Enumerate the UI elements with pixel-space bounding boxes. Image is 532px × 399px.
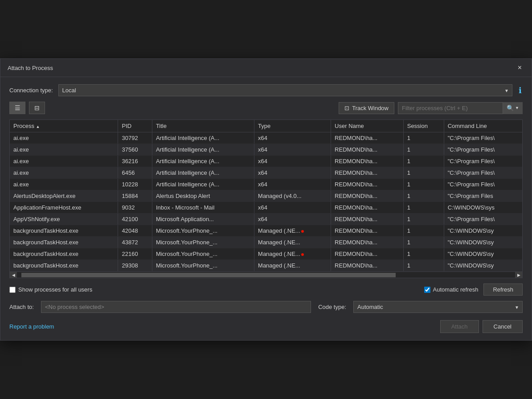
col-username[interactable]: User Name: [331, 120, 404, 132]
cancel-button[interactable]: Cancel: [483, 320, 523, 333]
detail-view-icon: ⊟: [34, 104, 40, 111]
detail-view-button[interactable]: ⊟: [29, 102, 45, 114]
col-type[interactable]: Type: [254, 120, 331, 132]
col-title[interactable]: Title: [152, 120, 254, 132]
list-view-icon: ☰: [15, 104, 20, 111]
col-pid[interactable]: PID: [118, 120, 152, 132]
code-type-label: Code type:: [318, 304, 346, 310]
process-table-scroll[interactable]: Process ▲ PID Title Type User Name Sessi…: [10, 120, 522, 271]
table-row[interactable]: AppVShNotify.exe42100Microsoft Applicati…: [10, 214, 522, 225]
col-cmdline[interactable]: Command Line: [444, 120, 522, 132]
table-row[interactable]: ai.exe36216Artificial Intelligence (A...…: [10, 156, 522, 167]
attach-to-input[interactable]: [41, 301, 311, 313]
show-all-users-checkbox[interactable]: [9, 287, 16, 293]
scroll-right-button[interactable]: ▶: [515, 272, 522, 278]
scrollbar-track: [17, 273, 515, 277]
table-row[interactable]: backgroundTaskHost.exe42048Microsoft.You…: [10, 225, 522, 237]
process-table: Process ▲ PID Title Type User Name Sessi…: [10, 120, 522, 271]
auto-refresh-text: Automatic refresh: [433, 286, 479, 293]
connection-select-wrapper: Local Remote SSH ▼: [58, 84, 512, 96]
connection-type-row: Connection type: Local Remote SSH ▼ ℹ: [9, 84, 523, 96]
table-row[interactable]: ai.exe6456Artificial Intelligence (A...x…: [10, 167, 522, 179]
search-icon: 🔍: [507, 105, 514, 111]
table-row[interactable]: backgroundTaskHost.exe22160Microsoft.You…: [10, 248, 522, 260]
track-window-icon: ⊡: [344, 105, 349, 111]
info-icon: ℹ: [519, 86, 522, 95]
process-table-wrapper: Process ▲ PID Title Type User Name Sessi…: [9, 119, 523, 278]
attach-to-label: Attach to:: [9, 304, 34, 310]
dialog-content: Connection type: Local Remote SSH ▼ ℹ ☰ …: [0, 77, 532, 340]
info-button[interactable]: ℹ: [518, 85, 523, 96]
refresh-button[interactable]: Refresh: [483, 284, 523, 296]
attach-to-process-dialog: Attach to Process × Connection type: Loc…: [0, 58, 532, 341]
scroll-left-button[interactable]: ◀: [10, 272, 17, 278]
close-button[interactable]: ×: [515, 63, 524, 72]
auto-refresh-checkbox[interactable]: [424, 287, 430, 293]
title-bar: Attach to Process ×: [0, 59, 532, 77]
footer-row: Report a problem Attach Cancel: [9, 318, 523, 333]
report-problem-link[interactable]: Report a problem: [9, 323, 54, 330]
table-row[interactable]: ai.exe10228Artificial Intelligence (A...…: [10, 179, 522, 190]
track-window-label: Track Window: [352, 105, 389, 111]
dialog-title: Attach to Process: [8, 65, 53, 71]
table-row[interactable]: ai.exe30792Artificial Intelligence (A...…: [10, 132, 522, 144]
table-row[interactable]: ai.exe37560Artificial Intelligence (A...…: [10, 144, 522, 156]
table-row[interactable]: ApplicationFrameHost.exe9032Inbox - Micr…: [10, 202, 522, 214]
attach-button[interactable]: Attach: [440, 320, 479, 333]
table-row[interactable]: AlertusDesktopAlert.exe15884Alertus Desk…: [10, 190, 522, 202]
toolbar-row: ☰ ⊟ ⊡ Track Window 🔍 ▼: [9, 102, 523, 114]
code-type-select[interactable]: Automatic Managed (.NET 4.x) Managed (.N…: [353, 301, 523, 313]
table-row[interactable]: backgroundTaskHost.exe29308Microsoft.You…: [10, 260, 522, 271]
col-process[interactable]: Process ▲: [10, 120, 118, 132]
auto-refresh-label[interactable]: Automatic refresh: [424, 286, 479, 293]
attach-to-row: Attach to: Code type: Automatic Managed …: [9, 301, 523, 313]
connection-type-select[interactable]: Local Remote SSH: [58, 84, 512, 96]
bottom-options-row: Show processes for all users Automatic r…: [9, 284, 523, 296]
show-all-users-text: Show processes for all users: [18, 286, 92, 293]
connection-type-label: Connection type:: [9, 87, 53, 94]
filter-wrapper: 🔍 ▼: [398, 102, 523, 114]
show-all-users-label[interactable]: Show processes for all users: [9, 286, 92, 293]
code-type-select-wrapper: Automatic Managed (.NET 4.x) Managed (.N…: [353, 301, 523, 313]
track-window-button[interactable]: ⊡ Track Window: [339, 102, 394, 114]
search-dropdown-arrow-icon: ▼: [515, 106, 519, 110]
scrollbar-thumb[interactable]: [21, 273, 396, 277]
horizontal-scrollbar[interactable]: ◀ ▶: [10, 271, 522, 278]
filter-search-button[interactable]: 🔍 ▼: [503, 102, 523, 114]
table-row[interactable]: backgroundTaskHost.exe43872Microsoft.You…: [10, 237, 522, 248]
action-buttons: Attach Cancel: [440, 320, 523, 333]
list-view-button[interactable]: ☰: [9, 102, 25, 114]
col-session[interactable]: Session: [403, 120, 444, 132]
